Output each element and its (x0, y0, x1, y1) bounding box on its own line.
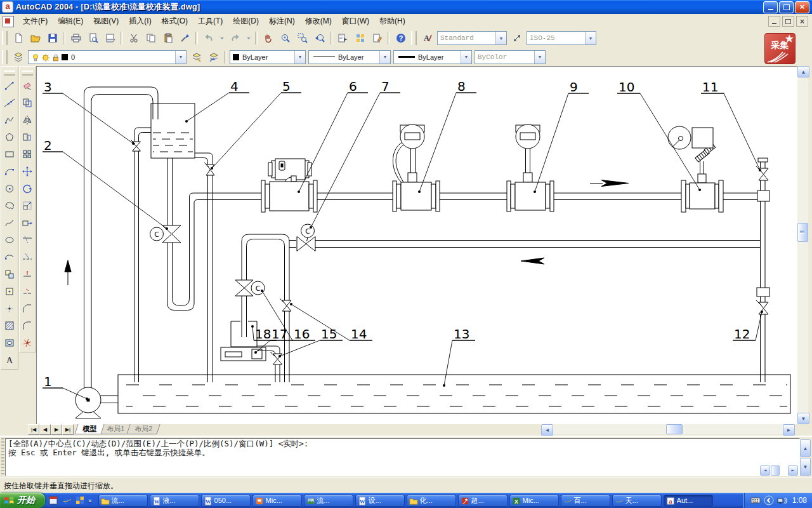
scroll-right-icon[interactable]: ► (783, 424, 795, 436)
insert-block-icon[interactable] (1, 266, 17, 283)
trim-icon[interactable] (20, 232, 36, 248)
text-style-icon[interactable]: A (419, 30, 435, 46)
autocad-app-icon[interactable]: a (2, 1, 13, 13)
keyboard-icon[interactable] (750, 495, 761, 506)
stretch-icon[interactable] (20, 215, 36, 231)
tab-nav-next-icon[interactable]: ▶ (51, 424, 62, 435)
mdi-restore-button[interactable] (782, 16, 794, 27)
menu-标注[interactable]: 标注(N) (264, 14, 300, 29)
linetype-combo[interactable]: ByLayer ▼ (308, 50, 391, 64)
print-icon[interactable] (68, 30, 84, 46)
layer-combo[interactable]: 0 ▼ (28, 50, 187, 64)
minimize-button[interactable] (763, 1, 778, 13)
circle-icon[interactable] (1, 180, 17, 197)
ellipse-arc-icon[interactable] (1, 249, 17, 265)
paste-icon[interactable] (160, 30, 176, 46)
new-icon[interactable] (10, 30, 26, 46)
drawing-canvas[interactable]: CCC 123456789101112131415161718 (36, 66, 797, 424)
ie-icon[interactable]: e (61, 495, 72, 506)
mdi-close-button[interactable]: × (796, 16, 808, 27)
copy-icon[interactable] (143, 30, 159, 46)
ellipse-icon[interactable] (1, 232, 17, 248)
fillet-icon[interactable] (20, 318, 36, 334)
menu-插入[interactable]: 插入(I) (124, 14, 156, 29)
zoom-window-icon[interactable] (294, 30, 310, 46)
drawing-doc-icon[interactable] (3, 16, 14, 27)
scroll-left-icon[interactable]: ◄ (541, 424, 553, 436)
designcenter-icon[interactable] (352, 30, 368, 46)
offset-icon[interactable] (20, 129, 36, 145)
zoom-realtime-icon[interactable] (277, 30, 293, 46)
command-window-splitter[interactable] (1, 438, 4, 476)
properties-icon[interactable] (335, 30, 351, 46)
layer-previous-icon[interactable] (206, 49, 221, 65)
toolbar-grip[interactable] (2, 31, 8, 45)
toolbar-grip[interactable] (411, 31, 417, 45)
horizontal-scroll-thumb[interactable] (666, 424, 683, 434)
make-block-icon[interactable] (1, 283, 17, 300)
line-icon[interactable] (1, 77, 17, 94)
tab-nav-prev-icon[interactable]: ◀ (39, 424, 51, 435)
layer-properties-manager-icon[interactable] (10, 49, 26, 65)
multiline-text-icon[interactable]: A (1, 352, 17, 368)
menu-窗口[interactable]: 窗口(W) (337, 14, 374, 29)
menu-格式[interactable]: 格式(O) (157, 14, 193, 29)
tab-布局2[interactable]: 布局2 (127, 424, 160, 434)
drop-icon[interactable] (244, 30, 252, 46)
extend-icon[interactable] (20, 249, 36, 265)
command-vertical-scrollbar[interactable]: ▲ ▼ (800, 438, 811, 476)
toolbar-grip[interactable] (2, 50, 8, 64)
taskbar-button-超[interactable]: 超... (458, 495, 508, 507)
chamfer-icon[interactable] (20, 300, 36, 317)
scroll-down-icon[interactable]: ▼ (797, 413, 809, 424)
construction-line-icon[interactable] (1, 95, 17, 111)
menu-绘图[interactable]: 绘图(D) (228, 14, 264, 29)
layer-thaw-icon[interactable] (41, 53, 50, 62)
rectangle-icon[interactable] (1, 146, 17, 163)
break-icon[interactable] (20, 283, 36, 300)
scroll-down-icon[interactable]: ▼ (800, 458, 811, 476)
undo-icon[interactable] (200, 30, 216, 46)
region-icon[interactable] (1, 335, 17, 351)
restore-button[interactable] (779, 1, 794, 13)
layer-lock-icon[interactable] (51, 53, 60, 62)
erase-icon[interactable] (20, 77, 36, 94)
spline-icon[interactable] (1, 215, 17, 231)
mirror-icon[interactable] (20, 112, 36, 128)
revision-cloud-icon[interactable] (1, 197, 17, 214)
color-combo[interactable]: ByLayer ▼ (230, 50, 306, 64)
chevron-down-icon[interactable]: ▼ (585, 32, 596, 44)
scroll-right-icon[interactable]: ► (788, 465, 798, 476)
taskbar-button-Mic[interactable]: Mic... (252, 495, 302, 507)
mdi-minimize-button[interactable] (768, 16, 780, 27)
polygon-icon[interactable] (1, 129, 17, 145)
rotate-icon[interactable] (20, 180, 36, 197)
chevron-down-icon[interactable]: ▼ (175, 51, 186, 64)
move-icon[interactable] (20, 163, 36, 180)
tab-nav-last-icon[interactable]: ▶| (62, 424, 74, 435)
media-icon[interactable] (74, 495, 86, 506)
markup-icon[interactable] (369, 30, 385, 46)
taskbar-button-流[interactable]: 流... (304, 495, 353, 507)
lineweight-combo[interactable]: ByLayer ▼ (393, 50, 472, 64)
scroll-up-icon[interactable]: ▲ (800, 439, 811, 457)
match-properties-icon[interactable] (177, 30, 193, 46)
redo-icon[interactable] (227, 30, 243, 46)
start-button[interactable]: 开始 (0, 493, 45, 508)
copy-object-icon[interactable] (20, 95, 36, 111)
chevron-down-icon[interactable]: ▼ (461, 51, 471, 64)
text-style-combo[interactable]: Standard ▼ (437, 31, 507, 45)
chevron-more-icon[interactable]: » (88, 497, 92, 504)
menu-文件[interactable]: 文件(F) (18, 14, 53, 29)
taskbar-button-Mic[interactable]: XMic... (509, 495, 559, 507)
dim-style-combo[interactable]: ISO-25 ▼ (527, 31, 596, 45)
menu-视图[interactable]: 视图(V) (88, 14, 124, 29)
app-icon[interactable] (48, 495, 59, 506)
publish-icon[interactable] (102, 30, 118, 46)
menu-编辑[interactable]: 编辑(E) (53, 14, 88, 29)
menu-修改[interactable]: 修改(M) (300, 14, 337, 29)
array-icon[interactable] (20, 146, 36, 163)
zoom-previous-icon[interactable] (311, 30, 327, 46)
arc-icon[interactable] (1, 163, 17, 180)
taskbar-button-化[interactable]: 化... (407, 495, 456, 507)
